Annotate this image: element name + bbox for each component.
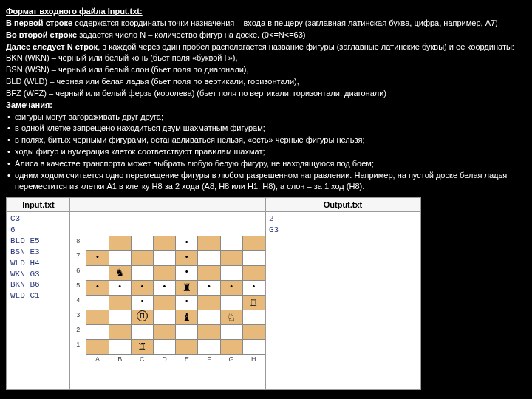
square-C7	[131, 251, 153, 266]
chess-piece: ♖	[137, 341, 147, 352]
threat-dot: •	[230, 282, 233, 290]
threat-dot: •	[118, 282, 121, 290]
line-3: Далее следует N строк, в каждой через од…	[6, 41, 526, 52]
rank-label: 2	[70, 325, 86, 340]
note-item: фигуры могут загораживать друг друга;	[15, 112, 526, 123]
threat-dot: •	[185, 296, 188, 305]
square-G5: •	[220, 281, 242, 296]
rank-label: 5	[70, 281, 86, 296]
square-H5: •	[242, 281, 265, 296]
file-label: D	[153, 355, 175, 366]
square-C5: •	[131, 281, 153, 296]
file-label: F	[198, 355, 220, 366]
col-output-header: Output.txt	[266, 197, 420, 212]
note-item: в одной клетке запрещено находиться двум…	[15, 123, 526, 134]
square-A2	[86, 325, 109, 340]
square-G8	[220, 236, 242, 251]
square-B3	[109, 310, 131, 325]
square-D5: •	[153, 281, 175, 296]
notes-list: фигуры могут загораживать друг друга; в …	[6, 112, 526, 192]
square-A4	[86, 296, 109, 310]
square-A6	[86, 266, 109, 281]
square-B4	[109, 296, 131, 310]
note-item: Алиса в качестве транспорта может выбрат…	[15, 158, 526, 169]
chess-piece: ♞	[115, 267, 125, 279]
square-A5: •	[86, 281, 109, 296]
square-G4	[220, 296, 242, 310]
threat-dot: •	[140, 282, 143, 290]
threat-dot: •	[140, 296, 143, 305]
rank-label: 4	[70, 296, 86, 310]
square-G7	[220, 251, 242, 266]
square-D2	[153, 325, 175, 340]
square-H1	[242, 340, 265, 355]
square-F5: •	[198, 281, 220, 296]
square-B8	[109, 236, 131, 251]
square-H6	[242, 266, 265, 281]
square-G6	[220, 266, 242, 281]
square-H4: ♖	[242, 296, 265, 310]
square-F3	[198, 310, 220, 325]
example-board: 8•7••6♞•5••••♜•••4••♖3П♝♘21♖ABCDEFGH	[70, 212, 266, 389]
threat-dot: •	[163, 282, 166, 290]
square-B1	[109, 340, 131, 355]
line-2: Во второй строке задается число N – коли…	[6, 30, 526, 41]
chess-piece: ♖	[249, 296, 259, 308]
square-C3: П	[131, 310, 153, 325]
square-B2	[109, 325, 131, 340]
threat-dot: •	[96, 252, 99, 261]
line-1: В первой строке содержатся координаты то…	[6, 18, 526, 29]
square-C4: •	[131, 296, 153, 310]
file-label: G	[220, 355, 242, 366]
square-F8	[198, 236, 220, 251]
file-label: A	[86, 355, 109, 366]
notes-heading: Замечания:	[6, 100, 52, 109]
piece-bfz: BFZ (WFZ) – черный или белый ферзь (коро…	[6, 88, 526, 99]
square-A8	[86, 236, 109, 251]
square-C2	[131, 325, 153, 340]
threat-dot: •	[252, 282, 255, 290]
rank-label: 7	[70, 251, 86, 266]
square-D4	[153, 296, 175, 310]
chess-piece: ♜	[182, 282, 191, 293]
square-C8	[131, 236, 153, 251]
square-C1: ♖	[131, 340, 153, 355]
square-D3	[153, 310, 175, 325]
note-item: ходы фигур и нумерация клеток соответств…	[15, 146, 526, 157]
note-item: в полях, битых черными фигурами, останав…	[15, 134, 526, 146]
threat-dot: •	[208, 282, 211, 290]
threat-dot: •	[185, 252, 188, 261]
square-E8: •	[176, 236, 198, 251]
rank-label: 6	[70, 266, 86, 281]
square-D6	[153, 266, 175, 281]
square-E2	[176, 325, 198, 340]
example-input-text: C3 6 BLD E5 BSN E3 WLD H4 WKN G3 BKN B6 …	[7, 212, 70, 389]
square-F7	[198, 251, 220, 266]
rank-label: 3	[70, 310, 86, 325]
threat-dot: •	[185, 237, 188, 246]
threat-dot: •	[96, 282, 99, 290]
chess-piece: ♝	[182, 311, 191, 323]
square-H7	[242, 251, 265, 266]
square-B6: ♞	[109, 266, 131, 281]
start-marker: П	[137, 310, 148, 321]
input-format-heading: Формат входного файла Input.txt:	[6, 7, 143, 16]
square-D7	[153, 251, 175, 266]
col-input-header: Input.txt	[7, 197, 70, 212]
square-D1	[153, 340, 175, 355]
square-G2	[220, 325, 242, 340]
square-A1	[86, 340, 109, 355]
col-board-header	[70, 197, 266, 212]
square-G3: ♘	[220, 310, 242, 325]
file-label: H	[242, 355, 265, 366]
piece-bkn: BKN (WKN) – черный или белый конь (бьет …	[6, 52, 526, 64]
square-E6: •	[176, 266, 198, 281]
square-E3: ♝	[176, 310, 198, 325]
file-label: B	[109, 355, 131, 366]
square-H8	[242, 236, 265, 251]
square-F6	[198, 266, 220, 281]
rank-label: 8	[70, 236, 86, 251]
square-E7: •	[176, 251, 198, 266]
square-D8	[153, 236, 175, 251]
square-B5: •	[109, 281, 131, 296]
